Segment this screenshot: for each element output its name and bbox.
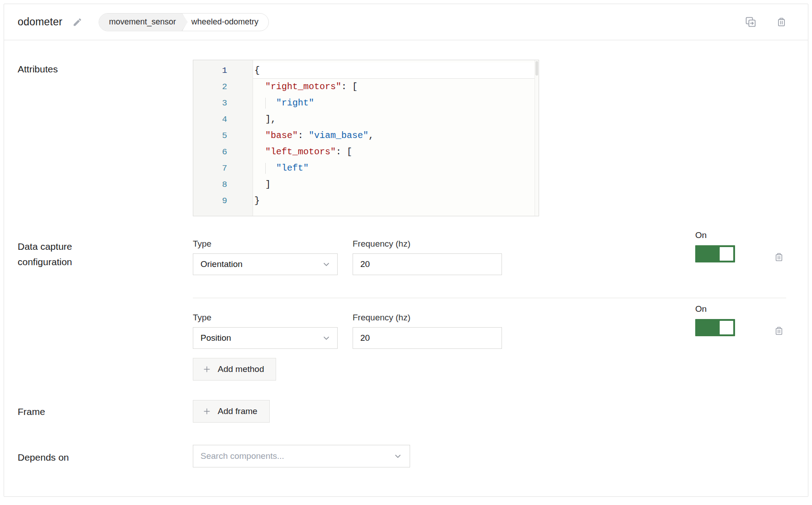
data-capture-section: Data capture configuration Type Orientat… bbox=[4, 239, 808, 381]
capture-enabled-toggle[interactable] bbox=[695, 319, 735, 336]
divider bbox=[193, 298, 786, 298]
depends-on-select[interactable] bbox=[193, 445, 410, 467]
breadcrumb-family: movement_sensor bbox=[99, 14, 188, 31]
frame-section: Frame Add frame bbox=[4, 400, 808, 423]
code-line: "right" bbox=[253, 95, 539, 111]
duplicate-icon bbox=[745, 16, 757, 28]
line-number: 5 bbox=[193, 128, 253, 144]
code-line: { bbox=[253, 62, 539, 79]
add-frame-button[interactable]: Add frame bbox=[193, 400, 270, 423]
toggle-on-label: On bbox=[695, 304, 735, 314]
chevron-down-icon bbox=[322, 260, 331, 269]
delete-method-button[interactable] bbox=[774, 252, 784, 262]
code-line: "left" bbox=[253, 160, 539, 176]
chevron-down-icon bbox=[393, 452, 402, 461]
toggle-knob bbox=[720, 321, 733, 334]
plus-icon bbox=[202, 365, 211, 374]
editor-scrollbar[interactable] bbox=[535, 60, 539, 216]
frequency-input[interactable] bbox=[353, 253, 502, 275]
capture-method-row: Type Position Frequency (hz) bbox=[193, 313, 786, 349]
line-number: 4 bbox=[193, 111, 253, 128]
component-name: odometer bbox=[18, 16, 62, 28]
line-number: 8 bbox=[193, 176, 253, 193]
capture-enabled-toggle[interactable] bbox=[695, 245, 735, 262]
frequency-label: Frequency (hz) bbox=[353, 313, 502, 323]
capture-method-row: Type Orientation Frequency (hz) bbox=[193, 239, 786, 275]
data-capture-content: Type Orientation Frequency (hz) bbox=[193, 239, 786, 381]
data-capture-label: Data capture configuration bbox=[18, 239, 113, 270]
add-frame-label: Add frame bbox=[218, 406, 258, 416]
add-method-button[interactable]: Add method bbox=[193, 358, 276, 381]
breadcrumb-model-label: wheeled-odometry bbox=[191, 17, 258, 27]
frame-label: Frame bbox=[18, 400, 193, 419]
code-line: } bbox=[253, 193, 539, 209]
breadcrumb: movement_sensor wheeled-odometry bbox=[99, 13, 269, 31]
line-number: 1 bbox=[193, 62, 253, 79]
line-number: 2 bbox=[193, 79, 253, 95]
component-config-card: odometer movement_sensor wheeled-odometr… bbox=[4, 4, 808, 497]
attributes-json-editor[interactable]: 1 2 3 4 5 6 7 8 9 { "right_motors": [ "r… bbox=[193, 60, 539, 216]
editor-code-area: { "right_motors": [ "right" ], "base": "… bbox=[253, 60, 539, 216]
type-label: Type bbox=[193, 239, 338, 249]
code-line: ] bbox=[253, 176, 539, 193]
chevron-down-icon bbox=[322, 333, 331, 343]
line-number: 6 bbox=[193, 144, 253, 160]
delete-component-button[interactable] bbox=[776, 16, 787, 28]
plus-icon bbox=[202, 407, 211, 416]
code-line: ], bbox=[253, 111, 539, 128]
breadcrumb-family-label: movement_sensor bbox=[109, 17, 176, 27]
delete-method-button[interactable] bbox=[774, 325, 784, 336]
scrollbar-thumb[interactable] bbox=[535, 61, 538, 76]
trash-icon bbox=[776, 16, 787, 28]
frequency-input[interactable] bbox=[353, 327, 502, 349]
rename-button[interactable] bbox=[72, 17, 82, 27]
type-select-value: Orientation bbox=[201, 259, 322, 269]
attributes-label: Attributes bbox=[18, 60, 193, 77]
editor-gutter: 1 2 3 4 5 6 7 8 9 bbox=[193, 60, 253, 216]
type-select[interactable]: Orientation bbox=[193, 253, 338, 275]
type-select[interactable]: Position bbox=[193, 327, 338, 349]
toggle-knob bbox=[720, 247, 733, 261]
toggle-on-label: On bbox=[695, 230, 735, 240]
add-method-label: Add method bbox=[218, 364, 264, 374]
line-number: 3 bbox=[193, 95, 253, 111]
pencil-icon bbox=[72, 17, 82, 27]
attributes-section: Attributes 1 2 3 4 5 6 7 8 9 { "right_mo… bbox=[4, 60, 808, 216]
breadcrumb-model: wheeled-odometry bbox=[188, 14, 268, 31]
type-label: Type bbox=[193, 313, 338, 323]
search-components-input[interactable] bbox=[201, 451, 393, 461]
code-line: "right_motors": [ bbox=[253, 79, 539, 95]
depends-on-section: Depends on bbox=[4, 445, 808, 467]
duplicate-component-button[interactable] bbox=[745, 16, 757, 28]
trash-icon bbox=[774, 252, 784, 262]
line-number: 9 bbox=[193, 193, 253, 209]
code-line: "left_motors": [ bbox=[253, 144, 539, 160]
code-line: "base": "viam_base", bbox=[253, 128, 539, 144]
component-header: odometer movement_sensor wheeled-odometr… bbox=[4, 4, 808, 40]
trash-icon bbox=[774, 325, 784, 336]
type-select-value: Position bbox=[201, 333, 322, 343]
frequency-label: Frequency (hz) bbox=[353, 239, 502, 249]
line-number: 7 bbox=[193, 160, 253, 176]
depends-on-label: Depends on bbox=[18, 445, 193, 465]
